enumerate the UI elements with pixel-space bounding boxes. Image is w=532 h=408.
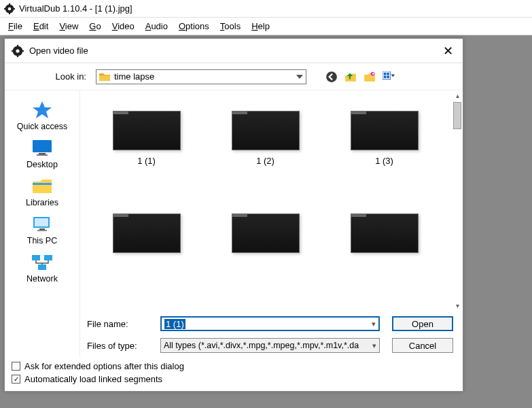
svg-rect-11 bbox=[22, 50, 24, 51]
thumbnail-icon bbox=[351, 214, 419, 253]
scroll-up-icon: ▴ bbox=[456, 92, 459, 99]
thumbnail-icon bbox=[232, 111, 300, 150]
svg-rect-18 bbox=[384, 76, 387, 79]
svg-rect-28 bbox=[32, 255, 40, 260]
file-item[interactable]: 1 (2) bbox=[215, 111, 317, 166]
svg-rect-19 bbox=[387, 76, 389, 79]
svg-rect-27 bbox=[37, 230, 47, 231]
open-button[interactable]: Open bbox=[392, 316, 453, 331]
scroll-thumb[interactable] bbox=[453, 102, 461, 129]
svg-point-7 bbox=[16, 49, 19, 52]
thumbnail-icon bbox=[113, 214, 181, 253]
file-item[interactable]: 1 (1) bbox=[96, 111, 198, 166]
file-item[interactable] bbox=[334, 214, 436, 258]
file-item[interactable] bbox=[96, 214, 198, 258]
svg-rect-23 bbox=[33, 183, 52, 185]
file-label: 1 (3) bbox=[375, 156, 393, 166]
svg-rect-4 bbox=[4, 8, 6, 10]
titlebar: VirtualDub 1.10.4 - [1 (1).jpg] bbox=[0, 0, 532, 18]
libraries-icon bbox=[31, 176, 54, 195]
app-gear-icon bbox=[4, 3, 15, 14]
svg-rect-8 bbox=[17, 45, 18, 47]
option-autoload[interactable]: ✓ Automatically load linked segments bbox=[12, 374, 456, 384]
svg-point-1 bbox=[8, 7, 12, 10]
file-item[interactable]: 1 (3) bbox=[334, 111, 436, 166]
checkbox-icon bbox=[12, 362, 20, 371]
sidebar-item-quick-access[interactable]: Quick access bbox=[12, 100, 73, 131]
network-icon bbox=[31, 252, 54, 271]
nav-up-button[interactable] bbox=[344, 71, 357, 83]
cancel-button-label: Cancel bbox=[409, 341, 436, 351]
file-fields: File name: 1 (1) ▾ Open Files of type: A… bbox=[79, 311, 463, 357]
titlebar-text: VirtualDub 1.10.4 - [1 (1).jpg] bbox=[19, 3, 132, 14]
svg-rect-16 bbox=[384, 73, 387, 75]
menu-options[interactable]: Options bbox=[175, 20, 213, 33]
svg-rect-29 bbox=[44, 255, 52, 260]
svg-rect-17 bbox=[387, 73, 389, 75]
svg-rect-15 bbox=[383, 71, 391, 80]
chevron-down-icon bbox=[296, 75, 303, 79]
close-icon: ✕ bbox=[443, 44, 453, 58]
file-item[interactable] bbox=[215, 214, 317, 258]
app-window: VirtualDub 1.10.4 - [1 (1).jpg] File Edi… bbox=[0, 0, 532, 408]
svg-rect-30 bbox=[38, 265, 46, 270]
quick-access-icon bbox=[31, 100, 54, 119]
chevron-down-icon: ▾ bbox=[372, 341, 376, 350]
menu-view[interactable]: View bbox=[55, 20, 82, 33]
checkbox-checked-icon: ✓ bbox=[12, 375, 20, 384]
svg-rect-2 bbox=[9, 3, 10, 5]
filename-input[interactable]: 1 (1) ▾ bbox=[160, 316, 380, 331]
menu-audio[interactable]: Audio bbox=[141, 20, 172, 33]
sidebar-item-label: Desktop bbox=[26, 160, 58, 169]
lookin-label: Look in: bbox=[52, 71, 86, 82]
svg-rect-9 bbox=[17, 54, 18, 56]
sidebar-item-network[interactable]: Network bbox=[12, 252, 73, 284]
menu-file[interactable]: File bbox=[4, 20, 26, 33]
filetype-value: All types (*.avi,*.divx,*.mpg,*.mpeg,*.m… bbox=[164, 341, 359, 350]
svg-rect-22 bbox=[37, 154, 48, 156]
svg-rect-3 bbox=[9, 12, 10, 14]
nav-new-folder-button[interactable]: ★ bbox=[363, 71, 376, 83]
nav-back-button[interactable] bbox=[325, 71, 338, 83]
dialog-main: 1 (1) 1 (2) 1 (3) bbox=[79, 90, 463, 357]
sidebar-item-libraries[interactable]: Libraries bbox=[12, 176, 73, 207]
menu-edit[interactable]: Edit bbox=[29, 20, 52, 33]
menu-help[interactable]: Help bbox=[247, 20, 274, 33]
cancel-button[interactable]: Cancel bbox=[392, 338, 453, 353]
work-area: Open video file ✕ Look in: time lapse bbox=[0, 35, 532, 408]
file-grid: 1 (1) 1 (2) 1 (3) bbox=[80, 90, 450, 311]
scroll-down-icon: ▾ bbox=[456, 302, 459, 309]
desktop-icon bbox=[31, 138, 54, 157]
sidebar-item-label: This PC bbox=[27, 236, 57, 245]
option-label: Ask for extended options after this dial… bbox=[24, 361, 184, 371]
svg-rect-20 bbox=[33, 140, 52, 152]
open-file-dialog: Open video file ✕ Look in: time lapse bbox=[4, 38, 463, 392]
dialog-body: Quick access Desktop Libraries bbox=[5, 90, 463, 357]
dialog-options: Ask for extended options after this dial… bbox=[5, 357, 463, 391]
menu-go[interactable]: Go bbox=[85, 20, 105, 33]
svg-rect-5 bbox=[13, 8, 15, 10]
option-extended[interactable]: Ask for extended options after this dial… bbox=[12, 361, 456, 371]
file-panel: 1 (1) 1 (2) 1 (3) bbox=[79, 90, 463, 311]
file-label: 1 (1) bbox=[137, 156, 156, 166]
sidebar-item-this-pc[interactable]: This PC bbox=[12, 214, 73, 245]
filetype-combo[interactable]: All types (*.avi,*.divx,*.mpg,*.mpeg,*.m… bbox=[160, 338, 380, 353]
folder-icon bbox=[99, 72, 110, 82]
filename-value: 1 (1) bbox=[164, 319, 185, 329]
menu-video[interactable]: Video bbox=[108, 20, 139, 33]
this-pc-icon bbox=[31, 214, 54, 233]
menu-tools[interactable]: Tools bbox=[216, 20, 245, 33]
file-scrollbar[interactable]: ▴ ▾ bbox=[452, 92, 463, 309]
dialog-title: Open video file bbox=[29, 46, 88, 56]
file-label: 1 (2) bbox=[256, 156, 274, 166]
nav-view-menu-button[interactable] bbox=[383, 71, 395, 83]
lookin-combo[interactable]: time lapse bbox=[96, 69, 306, 84]
dialog-close-button[interactable]: ✕ bbox=[440, 43, 456, 59]
sidebar-item-desktop[interactable]: Desktop bbox=[12, 138, 73, 169]
sidebar-item-label: Quick access bbox=[17, 122, 67, 131]
thumbnail-icon bbox=[113, 111, 181, 150]
svg-point-12 bbox=[326, 71, 337, 82]
open-button-label: Open bbox=[412, 319, 433, 329]
sidebar-item-label: Network bbox=[26, 274, 58, 284]
svg-rect-10 bbox=[12, 50, 14, 51]
